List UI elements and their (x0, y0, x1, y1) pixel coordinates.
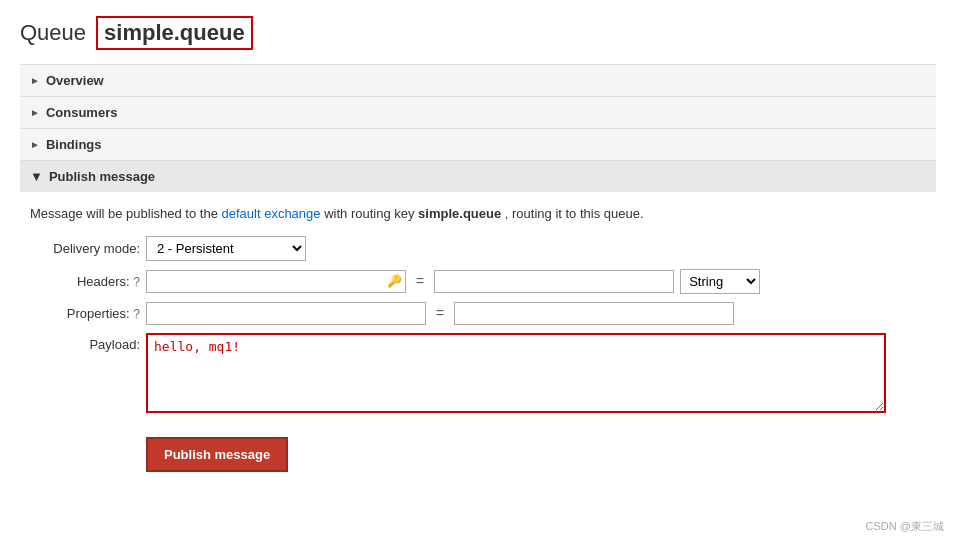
publish-arrow-icon: ▼ (30, 169, 43, 184)
headers-value-input[interactable] (434, 270, 674, 293)
watermark: CSDN @東三城 (866, 519, 944, 534)
bindings-section: ► Bindings (20, 128, 936, 160)
key-icon: 🔑 (387, 274, 402, 288)
queue-name: simple.queue (96, 16, 253, 50)
delivery-mode-row: Delivery mode: 1 - Non-persistent 2 - Pe… (30, 236, 926, 261)
publish-message-section: ▼ Publish message Message will be publis… (20, 160, 936, 488)
publish-message-section-header[interactable]: ▼ Publish message (20, 161, 936, 192)
payload-row: Payload: hello, mq1! (30, 333, 926, 413)
headers-equals: = (416, 273, 424, 289)
consumers-section: ► Consumers (20, 96, 936, 128)
page-container: Queue simple.queue ► Overview ► Consumer… (0, 0, 956, 504)
headers-row: Headers: ? 🔑 = String Number Boolean (30, 269, 926, 294)
delivery-mode-label: Delivery mode: (30, 241, 140, 256)
headers-key-wrapper: 🔑 (146, 270, 406, 293)
overview-arrow-icon: ► (30, 75, 40, 86)
info-text-part2: with routing key (324, 206, 418, 221)
info-text-part3: , routing it to this queue. (505, 206, 644, 221)
properties-help-icon[interactable]: ? (133, 307, 140, 321)
headers-key-input[interactable] (146, 270, 406, 293)
page-title-row: Queue simple.queue (20, 16, 936, 50)
page-title-prefix: Queue (20, 20, 86, 46)
headers-label: Headers: ? (30, 274, 140, 289)
properties-key-input[interactable] (146, 302, 426, 325)
publish-info-text: Message will be published to the default… (30, 204, 926, 224)
headers-type-select[interactable]: String Number Boolean (680, 269, 760, 294)
publish-message-section-label: Publish message (49, 169, 155, 184)
info-text-part1: Message will be published to the (30, 206, 218, 221)
properties-equals: = (436, 305, 444, 321)
publish-message-button[interactable]: Publish message (146, 437, 288, 472)
consumers-arrow-icon: ► (30, 107, 40, 118)
overview-section-header[interactable]: ► Overview (20, 65, 936, 96)
properties-label: Properties: ? (30, 306, 140, 321)
routing-key-value: simple.queue (418, 206, 501, 221)
headers-help-icon[interactable]: ? (133, 275, 140, 289)
delivery-mode-select[interactable]: 1 - Non-persistent 2 - Persistent (146, 236, 306, 261)
publish-message-content: Message will be published to the default… (20, 192, 936, 488)
properties-row: Properties: ? = (30, 302, 926, 325)
consumers-section-header[interactable]: ► Consumers (20, 97, 936, 128)
overview-section-label: Overview (46, 73, 104, 88)
default-exchange-link[interactable]: default exchange (222, 206, 321, 221)
properties-value-input[interactable] (454, 302, 734, 325)
consumers-section-label: Consumers (46, 105, 118, 120)
bindings-section-header[interactable]: ► Bindings (20, 129, 936, 160)
bindings-section-label: Bindings (46, 137, 102, 152)
payload-label: Payload: (30, 333, 140, 352)
bindings-arrow-icon: ► (30, 139, 40, 150)
payload-textarea[interactable]: hello, mq1! (146, 333, 886, 413)
overview-section: ► Overview (20, 64, 936, 96)
